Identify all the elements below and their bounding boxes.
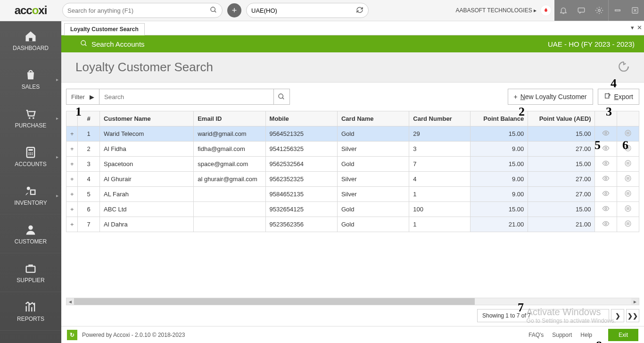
table-row[interactable]: +7Al Dahra9523562356Gold121.0021.00 bbox=[66, 217, 639, 232]
minimize-icon[interactable] bbox=[608, 0, 626, 21]
view-icon[interactable] bbox=[595, 126, 617, 142]
more-icon[interactable] bbox=[617, 187, 639, 202]
search-icon[interactable] bbox=[210, 6, 217, 15]
more-icon[interactable] bbox=[617, 157, 639, 172]
svg-point-52 bbox=[605, 208, 607, 209]
svg-rect-2 bbox=[578, 8, 585, 12]
gear-icon[interactable] bbox=[590, 0, 608, 21]
svg-point-22 bbox=[81, 41, 85, 45]
sidebar-item-purchase[interactable]: PURCHASE▸ bbox=[0, 99, 61, 137]
sidebar-item-dashboard[interactable]: DASHBOARD bbox=[0, 21, 61, 60]
table-row[interactable]: +5AL Farah9584652135Silver19.0027.00 bbox=[66, 187, 639, 202]
tab-close-icon[interactable]: ✕ bbox=[637, 24, 642, 31]
global-search[interactable] bbox=[62, 3, 223, 18]
faq-link[interactable]: FAQ's bbox=[528, 332, 544, 338]
svg-line-1 bbox=[215, 11, 216, 12]
filter-button[interactable]: Filter ▶ bbox=[66, 93, 99, 100]
more-icon[interactable] bbox=[617, 217, 639, 232]
sidebar-item-inventory[interactable]: INVENTORY▸ bbox=[0, 176, 61, 215]
expand-icon[interactable]: + bbox=[66, 202, 78, 217]
app-logo: accoxi bbox=[0, 4, 61, 17]
table-row[interactable]: +2Al Fidhafidha@gmail.com9541256325Silve… bbox=[66, 142, 639, 157]
view-icon[interactable] bbox=[595, 172, 617, 187]
filter-search-button[interactable] bbox=[274, 89, 290, 105]
col-customer-name[interactable]: Customer Name bbox=[100, 111, 194, 126]
more-icon[interactable] bbox=[617, 202, 639, 217]
table-row[interactable]: +6ABC Ltd9532654125Gold10015.0015.00 bbox=[66, 202, 639, 217]
col-point-balance[interactable]: Point Balance bbox=[471, 111, 528, 126]
view-icon[interactable] bbox=[595, 157, 617, 172]
expand-icon[interactable]: + bbox=[66, 172, 78, 187]
sidebar-item-reports[interactable]: REPORTS bbox=[0, 292, 61, 331]
chat-icon[interactable] bbox=[572, 0, 590, 21]
view-icon[interactable] bbox=[595, 187, 617, 202]
new-loyalty-customer-button[interactable]: + New Loyalty Customer bbox=[508, 89, 593, 105]
expand-icon[interactable]: + bbox=[66, 126, 78, 142]
sidebar-item-label: CUSTOMER bbox=[15, 238, 47, 245]
expand-icon[interactable]: + bbox=[66, 157, 78, 172]
col-number[interactable]: # bbox=[78, 111, 100, 126]
export-icon bbox=[604, 92, 611, 101]
last-page-button[interactable]: ❯❯ bbox=[626, 309, 639, 322]
view-icon[interactable] bbox=[595, 217, 617, 232]
bell-icon[interactable] bbox=[554, 0, 572, 21]
filter-search-input[interactable] bbox=[99, 89, 273, 104]
more-icon[interactable] bbox=[617, 142, 639, 157]
loyalty-customer-table: # Customer Name Email ID Mobile Card Nam… bbox=[66, 111, 639, 232]
col-point-value[interactable]: Point Value (AED) bbox=[528, 111, 595, 126]
more-icon[interactable] bbox=[617, 172, 639, 187]
table-row[interactable]: +4Al Ghurairal ghurair@gmail.com95623523… bbox=[66, 172, 639, 187]
svg-line-23 bbox=[85, 44, 86, 46]
view-icon[interactable] bbox=[595, 202, 617, 217]
svg-point-13 bbox=[30, 152, 31, 153]
svg-rect-19 bbox=[31, 190, 35, 194]
refresh-icon[interactable] bbox=[618, 60, 630, 74]
branch-input[interactable] bbox=[251, 7, 356, 14]
svg-point-3 bbox=[598, 9, 601, 12]
col-mobile[interactable]: Mobile bbox=[265, 111, 337, 126]
col-email[interactable]: Email ID bbox=[194, 111, 265, 126]
pager-info: Showing 1 to 7 of 7 bbox=[477, 309, 609, 322]
horizontal-scrollbar[interactable]: ◄ ► bbox=[66, 298, 639, 305]
table-row[interactable]: +1Warid Telecomwarid@gmail.com9564521325… bbox=[66, 126, 639, 142]
sidebar-item-label: PURCHASE bbox=[15, 122, 47, 129]
help-link[interactable]: Help bbox=[580, 332, 592, 338]
branch-selector[interactable] bbox=[246, 3, 369, 18]
exit-button[interactable]: Exit bbox=[608, 329, 638, 341]
svg-rect-11 bbox=[28, 149, 33, 151]
col-card-name[interactable]: Card Name bbox=[337, 111, 409, 126]
sidebar-item-sales[interactable]: SALES▸ bbox=[0, 60, 61, 99]
expand-icon[interactable]: + bbox=[66, 142, 78, 157]
page-title: Loyalty Customer Search bbox=[75, 60, 213, 75]
col-card-number[interactable]: Card Number bbox=[409, 111, 471, 126]
next-page-button[interactable]: ❯ bbox=[611, 309, 624, 322]
export-button[interactable]: Export bbox=[598, 89, 639, 105]
svg-point-27 bbox=[605, 132, 607, 134]
svg-point-17 bbox=[32, 154, 33, 155]
add-button[interactable]: + bbox=[227, 3, 241, 17]
sidebar-item-supplier[interactable]: SUPPLIER bbox=[0, 253, 61, 292]
svg-point-0 bbox=[211, 7, 215, 11]
close-window-icon[interactable] bbox=[626, 0, 644, 21]
tab-loyalty-customer-search[interactable]: Loyalty Customer Search bbox=[64, 23, 145, 35]
company-name[interactable]: AABASOFT TECHNOLOGIES ▸ bbox=[455, 7, 537, 14]
greenbar-title: Search Accounts bbox=[91, 40, 145, 48]
svg-point-24 bbox=[279, 94, 283, 98]
svg-point-8 bbox=[29, 117, 30, 119]
sidebar-item-label: INVENTORY bbox=[14, 200, 47, 206]
refresh-icon[interactable] bbox=[356, 6, 363, 15]
svg-point-9 bbox=[33, 117, 34, 119]
flame-icon[interactable] bbox=[540, 5, 552, 16]
global-search-input[interactable] bbox=[67, 7, 210, 14]
view-icon[interactable] bbox=[595, 142, 617, 157]
sidebar-item-label: DASHBOARD bbox=[13, 45, 49, 51]
table-row[interactable]: +3Spacetoonspace@gmail.com9562532564Gold… bbox=[66, 157, 639, 172]
expand-icon[interactable]: + bbox=[66, 187, 78, 202]
more-icon[interactable] bbox=[617, 126, 639, 142]
sidebar-item-customer[interactable]: CUSTOMER bbox=[0, 215, 61, 253]
expand-icon[interactable]: + bbox=[66, 217, 78, 232]
sidebar-item-accounts[interactable]: ACCOUNTS▸ bbox=[0, 137, 61, 176]
support-link[interactable]: Support bbox=[552, 332, 572, 338]
fiscal-year-label: UAE - HO (FY 2023 - 2023) bbox=[548, 40, 635, 48]
tab-dropdown-icon[interactable]: ▾ bbox=[631, 24, 634, 31]
